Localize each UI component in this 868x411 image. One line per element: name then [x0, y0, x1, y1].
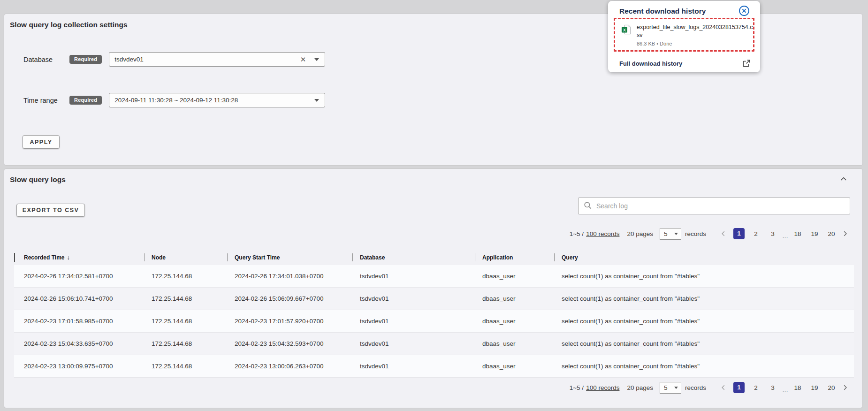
search-input[interactable] — [596, 202, 845, 210]
column-header-recorded-time[interactable]: Recorded Time↓ — [14, 251, 144, 264]
database-required-badge: Required — [69, 55, 102, 64]
close-icon[interactable] — [739, 5, 750, 18]
sort-desc-icon: ↓ — [67, 254, 69, 261]
database-select[interactable]: tsdvdev01 ✕ — [109, 52, 325, 67]
time-range-caret-icon[interactable] — [314, 99, 319, 102]
total-records-link[interactable]: 100 records — [586, 384, 619, 391]
pages-count-text: 20 pages — [627, 230, 653, 237]
page-button-3[interactable]: 3 — [768, 384, 778, 391]
cell-application: dbaas_user — [475, 333, 554, 355]
page-button-3[interactable]: 3 — [768, 230, 778, 237]
database-label: Database — [23, 56, 69, 63]
time-range-select[interactable]: 2024-09-11 11:30:28 ~ 2024-09-12 11:30:2… — [109, 93, 325, 107]
search-icon — [583, 201, 592, 212]
settings-panel-title: Slow query log collection settings — [10, 21, 128, 29]
full-download-history-label: Full download history — [619, 60, 682, 67]
logs-panel-title: Slow query logs — [10, 175, 66, 184]
table-row: 2024-02-26 17:34:02.581+0700172.25.144.6… — [14, 265, 854, 288]
cell-query: select count(1) as container_count from … — [554, 333, 854, 355]
records-label: records — [685, 384, 706, 391]
pages-count-text: 20 pages — [627, 384, 653, 391]
column-header-application[interactable]: Application — [475, 251, 554, 264]
page: { "download_popup": { "title": "Recent d… — [0, 0, 868, 411]
database-clear-icon[interactable]: ✕ — [299, 56, 307, 63]
cell-query-start-time: 2024-02-23 15:04:32.593+0700 — [227, 333, 352, 355]
apply-button[interactable]: APPLY — [23, 135, 60, 149]
download-item-highlight: X exported_file_slow_logs_20240328153754… — [614, 18, 754, 52]
table-row: 2024-02-26 15:06:10.741+0700172.25.144.6… — [14, 288, 854, 310]
cell-recorded-time: 2024-02-26 17:34:02.581+0700 — [14, 265, 144, 287]
cell-node: 172.25.144.68 — [144, 310, 227, 332]
table-row: 2024-02-23 15:04:33.635+0700172.25.144.6… — [14, 333, 854, 355]
cell-database: tsdvdev01 — [352, 310, 475, 332]
page-ellipsis: … — [782, 386, 788, 393]
page-size-caret-icon — [674, 387, 678, 389]
pagination-range-text: 1~5 / — [570, 230, 584, 237]
cell-recorded-time: 2024-02-23 17:01:58.985+0700 — [14, 310, 144, 332]
next-page-icon[interactable] — [840, 384, 850, 391]
cell-application: dbaas_user — [475, 355, 554, 377]
prev-page-icon[interactable] — [718, 384, 729, 391]
download-file-meta: 86.3 KB • Done — [637, 41, 755, 46]
cell-query-start-time: 2024-02-23 13:00:06.263+0700 — [227, 355, 352, 377]
collapse-section-icon[interactable] — [840, 175, 847, 185]
download-item[interactable]: exported_file_slow_logs_20240328153754.c… — [637, 23, 755, 46]
page-size-select[interactable]: 5 — [660, 228, 681, 240]
column-header-node[interactable]: Node — [144, 251, 227, 264]
excel-file-icon: X — [621, 24, 632, 37]
cell-node: 172.25.144.68 — [144, 355, 227, 377]
table-header: Recorded Time↓NodeQuery Start TimeDataba… — [14, 251, 854, 264]
export-to-csv-button[interactable]: EXPORT TO CSV — [16, 204, 85, 217]
svg-text:X: X — [623, 28, 626, 32]
page-button-19[interactable]: 19 — [809, 384, 820, 391]
page-button-18[interactable]: 18 — [792, 384, 803, 391]
database-row: Database Required tsdvdev01 ✕ — [23, 52, 325, 67]
cell-database: tsdvdev01 — [352, 333, 475, 355]
page-button-1[interactable]: 1 — [733, 228, 745, 239]
page-button-19[interactable]: 19 — [809, 230, 820, 237]
database-caret-icon[interactable] — [314, 58, 319, 61]
cell-database: tsdvdev01 — [352, 355, 475, 377]
page-button-2[interactable]: 2 — [751, 384, 761, 391]
cell-recorded-time: 2024-02-23 13:00:09.975+0700 — [14, 355, 144, 377]
pagination-range-text: 1~5 / — [570, 384, 584, 391]
cell-recorded-time: 2024-02-23 15:04:33.635+0700 — [14, 333, 144, 355]
full-download-history-link[interactable]: Full download history — [619, 59, 751, 68]
slow-query-table: Recorded Time↓NodeQuery Start TimeDataba… — [14, 251, 854, 378]
time-range-row: Time range Required 2024-09-11 11:30:28 … — [23, 93, 325, 107]
external-link-icon — [742, 59, 751, 68]
cell-query-start-time: 2024-02-23 17:01:57.920+0700 — [227, 310, 352, 332]
page-size-value: 5 — [664, 384, 668, 391]
records-label: records — [685, 230, 706, 237]
page-button-18[interactable]: 18 — [792, 230, 803, 237]
cell-node: 172.25.144.68 — [144, 288, 227, 310]
column-header-database[interactable]: Database — [352, 251, 475, 264]
total-records-link[interactable]: 100 records — [586, 230, 619, 237]
column-header-query-start-time[interactable]: Query Start Time — [227, 251, 352, 264]
page-size-value: 5 — [664, 230, 668, 237]
time-range-required-badge: Required — [69, 96, 102, 105]
page-button-20[interactable]: 20 — [826, 230, 837, 237]
cell-query-start-time: 2024-02-26 17:34:01.038+0700 — [227, 265, 352, 287]
column-header-query[interactable]: Query — [554, 251, 854, 264]
page-button-2[interactable]: 2 — [751, 230, 761, 237]
page-size-select[interactable]: 5 — [660, 382, 681, 394]
cell-query: select count(1) as container_count from … — [554, 265, 854, 287]
cell-query: select count(1) as container_count from … — [554, 355, 854, 377]
cell-database: tsdvdev01 — [352, 265, 475, 287]
download-history-popup: Recent download history X exported_file_… — [608, 1, 760, 72]
prev-page-icon[interactable] — [718, 230, 729, 237]
page-button-20[interactable]: 20 — [826, 384, 837, 391]
cell-application: dbaas_user — [475, 288, 554, 310]
next-page-icon[interactable] — [840, 230, 850, 237]
search-box — [578, 198, 850, 214]
cell-query: select count(1) as container_count from … — [554, 310, 854, 332]
time-range-label: Time range — [23, 97, 69, 104]
popup-title: Recent download history — [619, 7, 706, 15]
pagination: 1~5 /100 records20 pages5records123…1819… — [570, 228, 850, 240]
download-file-name[interactable]: exported_file_slow_logs_20240328153754.c… — [637, 23, 755, 39]
cell-query-start-time: 2024-02-26 15:06:09.667+0700 — [227, 288, 352, 310]
table-row: 2024-02-23 13:00:09.975+0700172.25.144.6… — [14, 355, 854, 378]
cell-node: 172.25.144.68 — [144, 265, 227, 287]
page-button-1[interactable]: 1 — [733, 382, 745, 393]
